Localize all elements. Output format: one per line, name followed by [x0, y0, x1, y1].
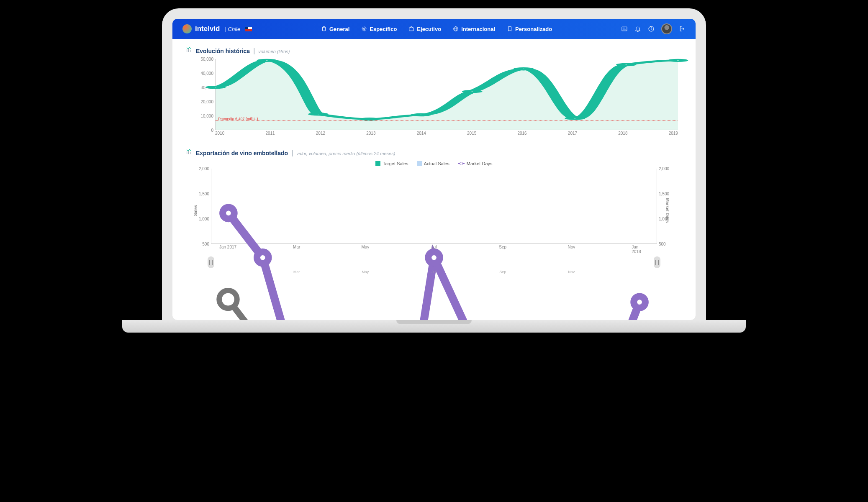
square-icon [375, 161, 380, 166]
chart2-subtitle: valor, volumen, precio medio (últimos 24… [296, 151, 395, 156]
legend-actual[interactable]: Actual Sales [417, 161, 449, 166]
nav-label: Específico [370, 26, 397, 32]
nav-label: Ejecutivo [417, 26, 441, 32]
clipboard-icon [321, 26, 327, 32]
chart1-x-axis: 2010 2011 2012 2013 2014 2015 2016 2017 … [215, 131, 678, 138]
chart1: 50,000 40,000 30,000 20,000 10,000 0 [194, 59, 682, 138]
nav-tab-personalizado[interactable]: Personalizado [507, 26, 552, 32]
chart2: Sales Market Days 2,000 1,500 1,000 500 … [194, 169, 674, 252]
svg-point-25 [364, 118, 375, 120]
svg-rect-12 [622, 27, 627, 31]
navbar: intelvid | Chile General Específico Ejec… [172, 19, 696, 39]
svg-point-23 [261, 59, 272, 61]
chart1-title-row: Evolución histórica | volumen (litros) [186, 46, 682, 55]
chile-flag-icon [245, 27, 252, 31]
brand-name: intelvid [195, 25, 220, 33]
legend-target[interactable]: Target Sales [375, 161, 408, 166]
brush-x-labels: Mar May Jul Sep Nov [211, 270, 657, 276]
chart2-title-row: Exportación de vino embotellado | valor,… [186, 149, 682, 157]
chart2-y-left: 2,000 1,500 1,000 500 [194, 169, 211, 244]
avatar[interactable] [661, 23, 672, 34]
svg-point-22 [210, 87, 221, 88]
x-tick: 2010 [215, 131, 224, 138]
nav-label: Personalizado [515, 26, 552, 32]
chart2-title: Exportación de vino embotellado [196, 150, 288, 156]
svg-point-24 [313, 113, 324, 115]
chart1-avg-line: Promedio 6,407 (mill.L.) [216, 120, 678, 121]
chart1-avg-label: Promedio 6,407 (mill.L.) [218, 117, 258, 121]
line-marker-icon [458, 163, 465, 164]
nav-right [621, 23, 686, 34]
nav-tab-general[interactable]: General [321, 26, 349, 32]
svg-point-27 [467, 91, 478, 92]
svg-point-17 [651, 27, 652, 28]
chart2-plot [211, 169, 657, 244]
x-tick: 2016 [517, 131, 526, 138]
chart1-plot: Promedio 6,407 (mill.L.) [215, 59, 678, 130]
x-tick: 2019 [669, 131, 678, 138]
x-tick: 2017 [568, 131, 577, 138]
nav-tab-internacional[interactable]: Internacional [453, 26, 495, 32]
y-tick: 20,000 [200, 100, 213, 104]
legend-market-days[interactable]: Market Days [458, 161, 493, 166]
svg-point-29 [569, 118, 580, 119]
content: Evolución histórica | volumen (litros) 5… [172, 39, 696, 283]
nav-label: Internacional [461, 26, 495, 32]
nav-tab-ejecutivo[interactable]: Ejecutivo [408, 26, 441, 32]
svg-point-30 [621, 64, 632, 65]
bell-icon[interactable] [634, 26, 641, 32]
brand-logo-icon [182, 24, 192, 33]
chart2-y-right: 2,000 1,500 1,000 500 [657, 169, 674, 244]
svg-point-28 [518, 68, 529, 70]
laptop-frame: intelvid | Chile General Específico Ejec… [162, 8, 706, 333]
screen: intelvid | Chile General Específico Ejec… [172, 19, 696, 320]
svg-rect-8 [409, 28, 414, 31]
chart1-title: Evolución histórica [196, 48, 250, 54]
brand[interactable]: intelvid | Chile [182, 24, 252, 33]
nav-tab-especifico[interactable]: Específico [361, 26, 397, 32]
chart2-x-axis: Jan 2017 Mar May Jul Sep Nov Jan 2018 [211, 245, 657, 252]
x-tick: 2012 [316, 131, 325, 138]
chart-icon [186, 149, 193, 155]
chart2-legend: Target Sales Actual Sales Market Days [186, 161, 682, 166]
y-tick: 0 [211, 128, 213, 133]
brush-line [211, 255, 657, 320]
brush-handle-right[interactable] [654, 256, 660, 268]
svg-point-48 [219, 290, 237, 308]
bookmark-icon [507, 26, 513, 32]
y-tick: 10,000 [200, 114, 213, 118]
x-tick: 2011 [265, 131, 275, 138]
svg-point-31 [673, 59, 684, 61]
target-icon [361, 26, 367, 32]
svg-point-2 [362, 27, 366, 31]
x-tick: 2014 [417, 131, 426, 138]
briefcase-icon [408, 26, 414, 32]
chart-icon [186, 46, 193, 53]
svg-point-3 [364, 28, 365, 30]
nav-label: General [329, 26, 349, 32]
y-tick: 40,000 [200, 71, 213, 76]
chart1-y-axis: 50,000 40,000 30,000 20,000 10,000 0 [194, 59, 215, 130]
info-icon[interactable] [648, 26, 655, 32]
chart2-section: Exportación de vino embotellado | valor,… [186, 149, 682, 276]
chart1-subtitle: volumen (litros) [258, 49, 290, 54]
laptop-base [122, 320, 746, 333]
globe-icon [453, 26, 459, 32]
svg-point-35 [223, 207, 234, 219]
x-tick: 2013 [366, 131, 375, 138]
logout-icon[interactable] [679, 26, 686, 32]
y-tick: 50,000 [200, 57, 213, 61]
square-icon [417, 161, 422, 166]
news-icon[interactable] [621, 26, 628, 32]
svg-point-26 [415, 114, 426, 115]
x-tick: 2015 [467, 131, 476, 138]
x-tick: 2018 [618, 131, 627, 138]
brand-country: | Chile [225, 26, 241, 32]
chart2-brush[interactable]: Mar May Jul Sep Nov [211, 255, 657, 276]
nav-tabs: General Específico Ejecutivo Internacion… [321, 26, 552, 32]
brush-handle-left[interactable] [208, 256, 214, 268]
